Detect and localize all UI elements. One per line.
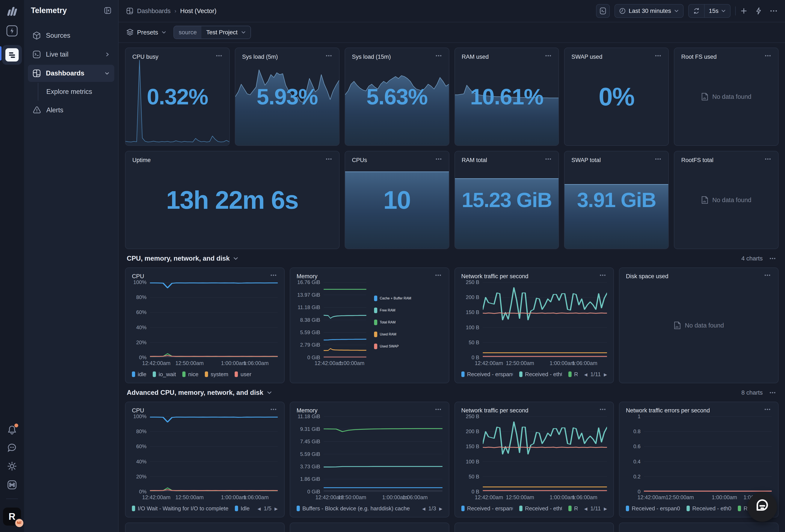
legend-item[interactable]: R bbox=[568, 371, 578, 378]
live-tail-active-tile[interactable] bbox=[2, 45, 22, 65]
avatar[interactable]: R NF bbox=[3, 508, 21, 526]
section-title[interactable]: CPU, memory, network, and disk bbox=[127, 255, 238, 262]
refresh-button[interactable] bbox=[689, 4, 704, 17]
stat-card: Sys load (15m)5.63% bbox=[345, 48, 449, 146]
collapse-sidebar-icon[interactable] bbox=[104, 7, 111, 14]
legend-item[interactable]: I/O Wait - Waiting for I/O to complete bbox=[132, 505, 228, 512]
stat-cards-row-1: CPU busy0.32%Sys load (5m)5.93%Sys load … bbox=[125, 48, 779, 146]
legend-item[interactable]: Idle bbox=[235, 505, 250, 512]
y-axis-labels: 250 B200 B150 B100 B50 B0 B bbox=[461, 416, 483, 492]
legend-item[interactable]: Used SWAP bbox=[374, 344, 441, 349]
notifications-icon[interactable] bbox=[7, 425, 17, 435]
legend-item[interactable]: Received - eth0 bbox=[687, 505, 731, 512]
card-menu-button[interactable] bbox=[764, 54, 772, 58]
legend-item[interactable]: Buffers - Block device (e.g. harddisk) c… bbox=[297, 505, 410, 512]
legend-item[interactable]: R bbox=[568, 505, 578, 512]
card-menu-button[interactable] bbox=[434, 54, 443, 58]
next-row-card bbox=[125, 523, 285, 532]
card-menu-button[interactable] bbox=[654, 54, 662, 58]
sidebar-item-alerts[interactable]: Alerts bbox=[28, 102, 114, 119]
theme-toggle-icon[interactable] bbox=[7, 461, 17, 471]
more-options-icon[interactable] bbox=[770, 10, 777, 12]
card-menu-button[interactable] bbox=[269, 273, 278, 277]
stat-value: 0.32% bbox=[125, 48, 229, 145]
legend-pagination[interactable]: ◂1/11▸ bbox=[584, 371, 607, 378]
legend-pagination[interactable]: ◂1/11▸ bbox=[584, 505, 607, 512]
card-menu-button[interactable] bbox=[434, 157, 443, 161]
stat-card-head: SWAP total bbox=[572, 157, 662, 163]
legend-item[interactable]: system bbox=[205, 371, 228, 378]
refresh-interval-dropdown[interactable]: 15s bbox=[704, 4, 730, 17]
legend-item[interactable]: Cache + Buffer RAM bbox=[374, 296, 441, 301]
card-menu-button[interactable] bbox=[434, 273, 442, 277]
card-menu-button[interactable] bbox=[763, 407, 772, 411]
card-menu-button[interactable] bbox=[325, 54, 333, 58]
quickstart-icon[interactable] bbox=[6, 25, 18, 37]
plot-wrap: 11.18 GiB9.31 GiB7.45 GiB5.59 GiB3.73 Gi… bbox=[297, 416, 442, 492]
card-menu-button[interactable] bbox=[325, 157, 333, 161]
card-menu-button[interactable] bbox=[654, 157, 662, 161]
legend-pagination[interactable]: ◂1/3▸ bbox=[422, 505, 442, 512]
plot-wrap: 100%80%60%40%20%0% bbox=[132, 282, 278, 358]
time-range-picker[interactable]: Last 30 minutes bbox=[614, 4, 684, 18]
legend-item[interactable]: Received - erspan0 bbox=[461, 505, 513, 512]
quick-actions-icon[interactable] bbox=[755, 7, 762, 15]
icon-rail: R NF bbox=[0, 0, 24, 532]
card-menu-button[interactable] bbox=[544, 157, 553, 161]
avatar-badge: NF bbox=[15, 518, 24, 528]
chart-grid: CPU100%80%60%40%20%0%12:42:00am12:50:00a… bbox=[125, 402, 779, 517]
card-menu-button[interactable] bbox=[764, 157, 772, 161]
no-data-message: No data found bbox=[674, 48, 778, 145]
help-chat-button[interactable] bbox=[748, 492, 777, 522]
stat-card: Root FS usedNo data found bbox=[674, 48, 779, 146]
legend-pagination[interactable]: ◂1/5▸ bbox=[257, 505, 278, 512]
legend-item[interactable]: Received - erspan0 bbox=[461, 371, 513, 378]
card-menu-button[interactable] bbox=[215, 54, 223, 58]
terminal-icon bbox=[33, 50, 41, 58]
feedback-icon[interactable] bbox=[7, 443, 17, 453]
add-panel-icon[interactable] bbox=[740, 7, 747, 15]
y-axis-labels: 100%80%60%40%20%0% bbox=[132, 282, 150, 358]
logs-icon bbox=[5, 48, 19, 61]
section-chart-count: 8 charts bbox=[741, 389, 763, 396]
card-menu-button[interactable] bbox=[599, 273, 607, 277]
stat-value: 10.61% bbox=[455, 48, 559, 145]
card-menu-button[interactable] bbox=[434, 407, 442, 411]
card-menu-button[interactable] bbox=[269, 407, 278, 411]
sidebar-item-dashboards[interactable]: Dashboards bbox=[28, 65, 114, 82]
legend-item[interactable]: Free RAM bbox=[374, 308, 441, 313]
legend-item[interactable]: io_wait bbox=[153, 371, 176, 378]
stat-card-title: Sys load (15m) bbox=[352, 54, 391, 60]
sidebar-item-explore-metrics[interactable]: Explore metrics bbox=[28, 84, 114, 100]
legend-item[interactable]: idle bbox=[132, 371, 146, 378]
tv-mode-button[interactable] bbox=[596, 4, 610, 18]
stat-card-head: Uptime bbox=[132, 157, 333, 163]
sidebar-item-sources[interactable]: Sources bbox=[28, 27, 114, 44]
legend-item[interactable]: Received - eth0 bbox=[519, 371, 562, 378]
legend-next-icon: ▸ bbox=[439, 505, 442, 512]
legend-item[interactable]: R bbox=[738, 505, 748, 512]
legend-item[interactable]: nice bbox=[182, 371, 198, 378]
section-menu-button[interactable] bbox=[768, 391, 777, 395]
dashboard-content: CPU busy0.32%Sys load (5m)5.93%Sys load … bbox=[119, 43, 785, 532]
legend-item[interactable]: Total RAM bbox=[374, 320, 441, 325]
app-logo[interactable] bbox=[6, 6, 18, 16]
next-row-card bbox=[455, 523, 614, 532]
dashboards-icon bbox=[33, 69, 41, 77]
presets-dropdown[interactable]: Presets bbox=[126, 28, 166, 36]
legend-item[interactable]: Received - erspan0 bbox=[626, 505, 680, 512]
legend-item[interactable]: Received - eth0 bbox=[519, 505, 562, 512]
x-axis-labels: 12:42:00am12:50:00am1:00:00am1:06:00am bbox=[483, 360, 607, 367]
section-menu-button[interactable] bbox=[768, 256, 777, 261]
sidebar-item-live-tail[interactable]: Live tail bbox=[28, 46, 114, 63]
card-menu-button[interactable] bbox=[599, 407, 607, 411]
source-filter[interactable]: source Test Project bbox=[174, 26, 251, 39]
card-menu-button[interactable] bbox=[544, 54, 553, 58]
command-menu-icon[interactable] bbox=[7, 480, 17, 490]
chat-bubble-icon bbox=[754, 499, 770, 515]
legend-item[interactable]: user bbox=[235, 371, 251, 378]
section-title[interactable]: Advanced CPU, memory, network, and disk bbox=[127, 389, 272, 397]
breadcrumb-section[interactable]: Dashboards bbox=[137, 7, 171, 15]
legend-item[interactable]: Used RAM bbox=[374, 331, 441, 337]
dashboards-breadcrumb-icon bbox=[126, 7, 133, 15]
